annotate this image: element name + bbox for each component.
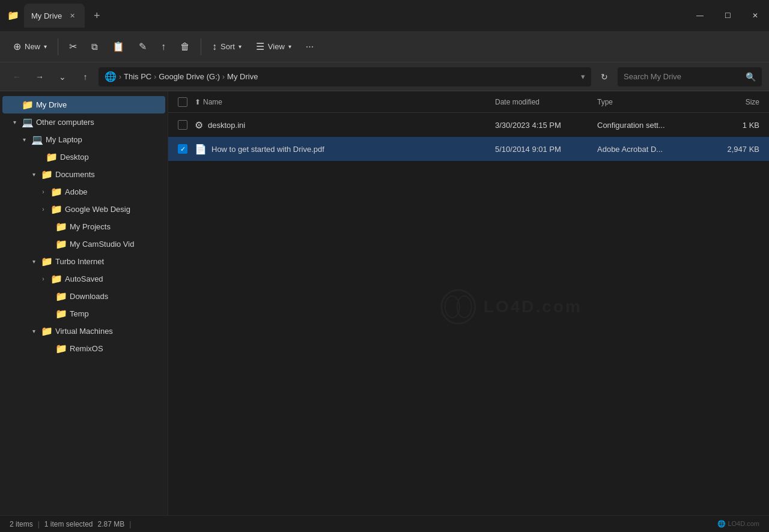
sidebar-item-autosaved[interactable]: › 📁 AutoSaved	[2, 270, 165, 288]
sidebar: 📁 My Drive ▾ 💻 Other computers ▾ 💻 My La…	[0, 91, 168, 515]
header-check-col	[178, 97, 195, 107]
copy-icon: ⧉	[91, 41, 98, 52]
folder-icon-my-camstudio: 📁	[55, 238, 67, 250]
sort-icon: ↕	[212, 41, 217, 52]
expand-icon-my-projects	[43, 222, 53, 232]
search-input[interactable]	[624, 72, 741, 81]
size-col-desktop-ini: 1 KB	[705, 121, 759, 130]
sidebar-label-my-drive: My Drive	[36, 100, 160, 109]
expand-icon-my-drive	[10, 100, 19, 110]
sidebar-label-autosaved: AutoSaved	[65, 274, 160, 283]
view-button[interactable]: ☰ View ▾	[250, 37, 297, 56]
sidebar-item-my-drive[interactable]: 📁 My Drive	[2, 96, 165, 113]
expand-icon-google-web[interactable]: ›	[38, 205, 48, 214]
folder-icon-autosaved: 📁	[50, 273, 62, 285]
refresh-button[interactable]: ↻	[595, 67, 614, 86]
file-row-desktop-ini[interactable]: ⚙ desktop.ini 3/30/2023 4:15 PM Configur…	[168, 113, 769, 137]
expand-icon-virtual-machines[interactable]: ▾	[29, 327, 38, 336]
sidebar-item-temp[interactable]: 📁 Temp	[2, 305, 165, 322]
status-bar: 2 items | 1 item selected 2.87 MB | 🌐 LO…	[0, 515, 769, 532]
expand-icon-turbo-internet[interactable]: ▾	[29, 257, 38, 267]
sidebar-label-google-web: Google Web Desig	[65, 205, 160, 214]
file-table-header: ⬆ Name Date modified Type Size	[168, 91, 769, 113]
sidebar-item-adobe[interactable]: › 📁 Adobe	[2, 183, 165, 201]
expand-icon-downloads	[43, 292, 53, 301]
close-button[interactable]: ✕	[741, 6, 769, 25]
sidebar-item-remixos[interactable]: 📁 RemixOS	[2, 340, 165, 357]
expand-icon-my-laptop[interactable]: ▾	[19, 135, 29, 145]
nav-up-button[interactable]: ↑	[76, 67, 95, 86]
folder-icon-google-web: 📁	[50, 204, 62, 215]
new-button[interactable]: ⊕ New ▾	[7, 37, 53, 56]
sidebar-item-documents[interactable]: ▾ 📁 Documents	[2, 166, 165, 183]
toolbar-separator-1	[58, 38, 58, 55]
breadcrumb-google-drive[interactable]: Google Drive (G:)	[159, 72, 220, 81]
checkbox-desktop-ini[interactable]	[178, 120, 187, 130]
tab-label: My Drive	[31, 11, 62, 20]
delete-button[interactable]: 🗑	[174, 38, 196, 56]
sidebar-item-desktop[interactable]: 📁 Desktop	[2, 148, 165, 166]
folder-icon-other-computers: 💻	[22, 116, 34, 128]
nav-recent-button[interactable]: ⌄	[53, 67, 72, 86]
share-button[interactable]: ↑	[155, 38, 172, 56]
header-name-col[interactable]: ⬆ Name	[195, 98, 495, 106]
sidebar-item-virtual-machines[interactable]: ▾ 📁 Virtual Machines	[2, 322, 165, 340]
folder-icon-documents: 📁	[41, 169, 53, 180]
search-box[interactable]: 🔍	[618, 67, 762, 86]
expand-icon-other-computers[interactable]: ▾	[10, 118, 19, 127]
new-tab-button[interactable]: +	[87, 6, 106, 25]
name-col-desktop-ini: ⚙ desktop.ini	[195, 119, 495, 131]
cut-button[interactable]: ✂	[63, 37, 83, 56]
file-row-drive-pdf[interactable]: ✓ 📄 How to get started with Drive.pdf 5/…	[168, 137, 769, 161]
sidebar-label-temp: Temp	[70, 309, 160, 318]
expand-icon-adobe[interactable]: ›	[38, 187, 48, 197]
tab-close-button[interactable]: ✕	[67, 10, 78, 21]
paste-button[interactable]: 📋	[106, 37, 130, 56]
window-controls: — ☐ ✕	[686, 6, 769, 25]
breadcrumb-my-drive[interactable]: My Drive	[227, 72, 258, 81]
delete-icon: 🗑	[180, 41, 190, 52]
size-col-drive-pdf: 2,947 KB	[705, 145, 759, 154]
minimize-button[interactable]: —	[686, 6, 714, 25]
name-col-drive-pdf: 📄 How to get started with Drive.pdf	[195, 144, 495, 155]
more-button[interactable]: ···	[300, 38, 320, 56]
sidebar-item-my-projects[interactable]: 📁 My Projects	[2, 218, 165, 235]
sidebar-item-downloads[interactable]: 📁 Downloads	[2, 288, 165, 305]
breadcrumb[interactable]: 🌐 › This PC › Google Drive (G:) › My Dri…	[99, 67, 591, 86]
file-icon-desktop-ini: ⚙	[195, 119, 203, 131]
addressbar-row: ← → ⌄ ↑ 🌐 › This PC › Google Drive (G:) …	[0, 62, 769, 91]
folder-icon-my-projects: 📁	[55, 221, 67, 232]
sidebar-label-virtual-machines: Virtual Machines	[55, 327, 160, 336]
sidebar-item-turbo-internet[interactable]: ▾ 📁 Turbo Internet	[2, 253, 165, 270]
rename-button[interactable]: ✎	[133, 37, 153, 56]
status-right-icons: 🌐 LO4D.com	[717, 520, 759, 528]
header-type-col[interactable]: Type	[597, 98, 705, 106]
sidebar-label-adobe: Adobe	[65, 187, 160, 196]
file-area: LO4D.com ⬆ Name Date modified Type Size	[168, 91, 769, 515]
date-col-desktop-ini: 3/30/2023 4:15 PM	[495, 121, 597, 130]
breadcrumb-this-pc[interactable]: This PC	[124, 72, 151, 81]
sidebar-item-other-computers[interactable]: ▾ 💻 Other computers	[2, 113, 165, 131]
header-size-col[interactable]: Size	[705, 98, 759, 106]
nav-forward-button[interactable]: →	[30, 67, 49, 86]
expand-icon-documents[interactable]: ▾	[29, 170, 38, 180]
select-all-checkbox[interactable]	[178, 97, 187, 107]
checkbox-drive-pdf[interactable]: ✓	[178, 144, 187, 154]
sidebar-item-google-web-design[interactable]: › 📁 Google Web Desig	[2, 201, 165, 218]
sidebar-label-my-camstudio: My CamStudio Vid	[70, 240, 160, 249]
folder-icon-my-laptop: 💻	[31, 134, 43, 145]
expand-icon-remixos	[43, 344, 53, 354]
breadcrumb-dropdown[interactable]: ▾	[581, 72, 585, 81]
expand-icon-autosaved[interactable]: ›	[38, 274, 48, 284]
sidebar-label-my-projects: My Projects	[70, 222, 160, 231]
nav-back-button[interactable]: ←	[7, 67, 26, 86]
active-tab[interactable]: My Drive ✕	[24, 4, 85, 28]
sidebar-item-my-laptop[interactable]: ▾ 💻 My Laptop	[2, 131, 165, 148]
maximize-button[interactable]: ☐	[714, 6, 741, 25]
folder-icon-virtual-machines: 📁	[41, 325, 53, 337]
sort-button[interactable]: ↕ Sort ▾	[206, 38, 248, 56]
header-date-col[interactable]: Date modified	[495, 98, 597, 106]
sidebar-item-my-camstudio[interactable]: 📁 My CamStudio Vid	[2, 235, 165, 253]
copy-button[interactable]: ⧉	[85, 38, 104, 56]
expand-icon-desktop	[34, 153, 43, 162]
